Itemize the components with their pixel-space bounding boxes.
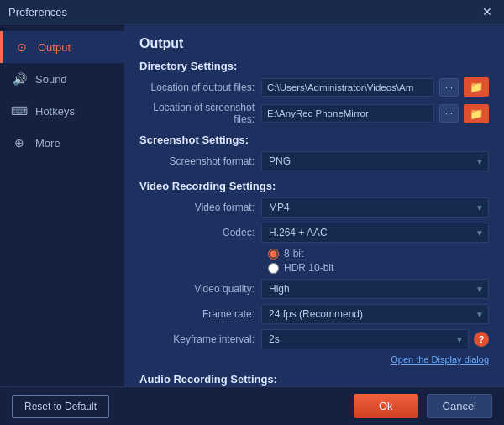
bit10-label: HDR 10-bit [284,262,333,274]
framerate-label: Frame rate: [139,308,261,320]
output-path-control: C:\Users\Administrator\Videos\Am ··· 📁 [261,77,489,97]
title-bar: Preferences ✕ [0,0,504,24]
codec-control: H.264 + AAC H.265 + AAC ▼ [261,223,489,243]
sidebar: ⊙ Output 🔊 Sound ⌨ Hotkeys ⊕ More [0,24,124,386]
bit-row: 8-bit HDR 10-bit [139,248,489,274]
screenshot-path-dots-button[interactable]: ··· [439,104,459,123]
video-format-label: Video format: [139,202,261,213]
codec-label: Codec: [139,227,261,239]
screenshot-format-select[interactable]: PNG JPG BMP [261,151,489,171]
bit10-radio[interactable] [268,263,279,274]
reset-button[interactable]: Reset to Default [12,395,109,418]
output-path-row: Location of output files: C:\Users\Admin… [139,77,489,97]
hotkeys-icon: ⌨ [12,103,27,118]
keyframe-help-icon[interactable]: ? [474,332,489,347]
codec-select[interactable]: H.264 + AAC H.265 + AAC [261,223,489,243]
panel-title: Output [139,36,489,51]
codec-select-wrap: H.264 + AAC H.265 + AAC ▼ [261,223,489,243]
ok-button[interactable]: Ok [354,394,418,418]
directory-section-title: Directory Settings: [139,60,489,72]
screenshot-path-value: E:\AnyRec PhoneMirror [261,104,434,123]
keyframe-row: Keyframe interval: 2s 5s 10s ▼ ? [139,329,489,349]
output-path-label: Location of output files: [139,81,261,93]
video-quality-label: Video quality: [139,283,261,295]
panel: Output Directory Settings: Location of o… [124,24,504,386]
footer-actions: Ok Cancel [354,394,492,418]
screenshot-format-select-wrap: PNG JPG BMP ▼ [261,151,489,171]
screenshot-format-control: PNG JPG BMP ▼ [261,151,489,171]
video-quality-row: Video quality: High Medium Low ▼ [139,279,489,299]
sidebar-label-more: More [35,137,60,150]
screenshot-path-folder-button[interactable]: 📁 [464,104,489,123]
screenshot-format-label: Screenshot format: [139,155,261,167]
cancel-button[interactable]: Cancel [427,394,492,418]
sidebar-label-hotkeys: Hotkeys [35,105,75,118]
video-format-row: Video format: MP4 MOV AVI ▼ [139,197,489,218]
framerate-select[interactable]: 24 fps (Recommend) 30 fps 60 fps [261,304,489,324]
video-format-select[interactable]: MP4 MOV AVI [261,197,489,218]
video-format-select-wrap: MP4 MOV AVI ▼ [261,197,489,218]
sidebar-label-sound: Sound [35,73,67,86]
video-quality-select[interactable]: High Medium Low [261,279,489,299]
more-icon: ⊕ [12,135,27,150]
bit8-radio-row[interactable]: 8-bit [268,248,333,260]
sidebar-item-hotkeys[interactable]: ⌨ Hotkeys [0,95,124,127]
main-content: ⊙ Output 🔊 Sound ⌨ Hotkeys ⊕ More Output… [0,24,504,386]
output-path-folder-button[interactable]: 📁 [464,77,489,97]
codec-row: Codec: H.264 + AAC H.265 + AAC ▼ [139,223,489,243]
sidebar-item-more[interactable]: ⊕ More [0,127,124,159]
framerate-control: 24 fps (Recommend) 30 fps 60 fps ▼ [261,304,489,324]
screenshot-path-control: E:\AnyRec PhoneMirror ··· 📁 [261,104,489,123]
close-button[interactable]: ✕ [479,5,496,18]
sidebar-item-sound[interactable]: 🔊 Sound [0,63,124,95]
video-format-control: MP4 MOV AVI ▼ [261,197,489,218]
screenshot-path-label: Location of screenshot files: [139,102,261,125]
framerate-row: Frame rate: 24 fps (Recommend) 30 fps 60… [139,304,489,324]
output-path-dots-button[interactable]: ··· [439,78,459,97]
screenshot-section-title: Screenshot Settings: [139,134,489,146]
bit-control: 8-bit HDR 10-bit [261,248,489,274]
keyframe-select[interactable]: 2s 5s 10s [261,329,469,349]
window-title: Preferences [8,6,67,18]
video-quality-control: High Medium Low ▼ [261,279,489,299]
keyframe-control: 2s 5s 10s ▼ ? [261,329,489,349]
output-icon: ⊙ [14,39,29,55]
footer: Reset to Default Ok Cancel [0,386,504,425]
display-dialog-link[interactable]: Open the Display dialog [139,354,489,365]
screenshot-format-row: Screenshot format: PNG JPG BMP ▼ [139,151,489,171]
audio-section-title: Audio Recording Settings: [139,373,489,386]
sidebar-item-output[interactable]: ⊙ Output [0,31,124,63]
keyframe-select-wrap: 2s 5s 10s ▼ [261,329,469,349]
bit10-radio-row[interactable]: HDR 10-bit [268,262,333,274]
bit8-label: 8-bit [284,248,303,260]
bit8-radio[interactable] [268,249,279,260]
framerate-select-wrap: 24 fps (Recommend) 30 fps 60 fps ▼ [261,304,489,324]
screenshot-path-row: Location of screenshot files: E:\AnyRec … [139,102,489,125]
video-section-title: Video Recording Settings: [139,180,489,192]
sidebar-label-output: Output [38,41,71,54]
bit-radio-group: 8-bit HDR 10-bit [261,248,333,274]
video-quality-select-wrap: High Medium Low ▼ [261,279,489,299]
output-path-value: C:\Users\Administrator\Videos\Am [261,78,434,97]
keyframe-label: Keyframe interval: [139,333,261,345]
sound-icon: 🔊 [12,71,27,87]
